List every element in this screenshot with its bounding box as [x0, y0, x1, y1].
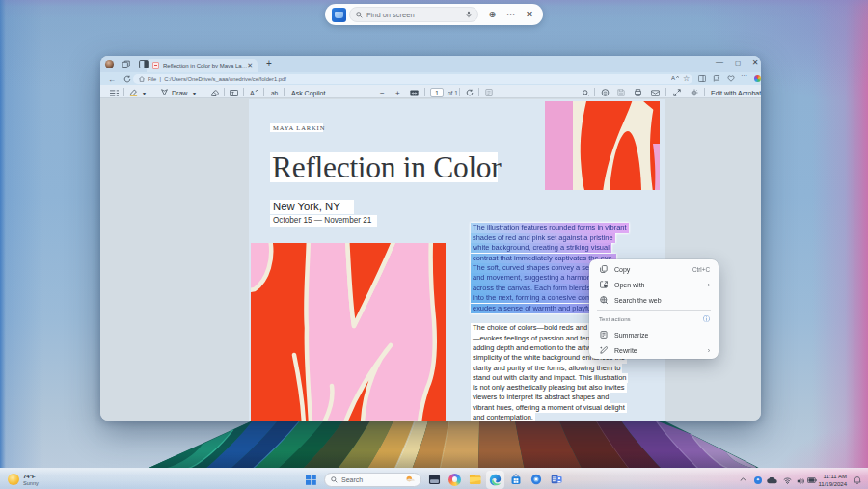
svg-text:A: A — [250, 90, 255, 96]
svg-text:A: A — [671, 76, 675, 82]
